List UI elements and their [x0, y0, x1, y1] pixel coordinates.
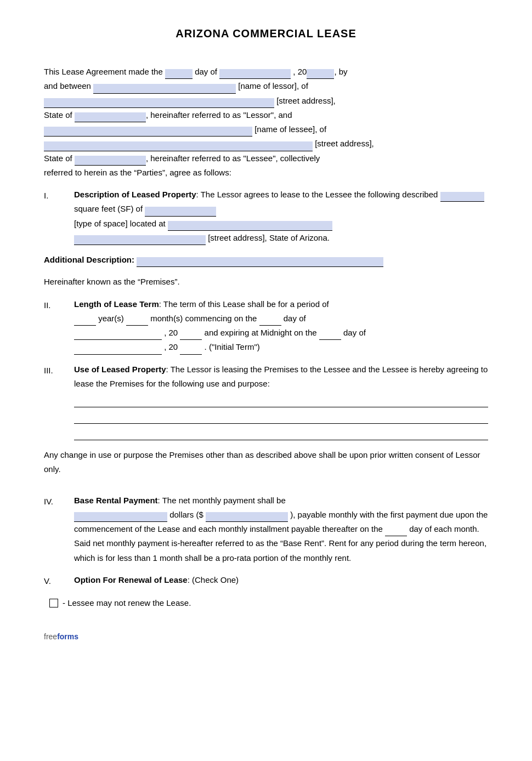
section-4-content: Base Rental Payment: The net monthly pay…: [74, 493, 488, 565]
start-year-field[interactable]: [180, 330, 202, 340]
years-label: year(s): [98, 314, 126, 323]
month-field[interactable]: [219, 69, 291, 79]
street-address-label: [street address],: [276, 96, 336, 105]
day-field[interactable]: [165, 69, 193, 79]
section-1: I. Description of Leased Property: The L…: [44, 188, 488, 245]
section-2: II. Length of Lease Term: The term of th…: [44, 297, 488, 355]
section-2-text1: : The term of this Lease shall be for a …: [159, 299, 329, 309]
sqft-field[interactable]: [440, 192, 484, 202]
lessee-name-field[interactable]: [44, 127, 252, 137]
intro-year-pre: , 20: [293, 67, 307, 76]
additional-description: Additional Description:: [44, 253, 488, 267]
end-day-field[interactable]: [319, 330, 341, 340]
section-5-title: Option For Renewal of Lease: [74, 575, 188, 584]
document-page: ARIZONA COMMERCIAL LEASE This Lease Agre…: [0, 0, 532, 761]
section-2-content: Length of Lease Term: The term of this L…: [74, 297, 488, 355]
property-address1-field[interactable]: [168, 221, 332, 231]
located-at-label: [type of space] located at: [74, 219, 166, 228]
expiring-label: and expiring at Midnight on the: [205, 328, 319, 337]
section-4: IV. Base Rental Payment: The net monthly…: [44, 493, 488, 565]
logo-area: freeforms: [44, 632, 488, 641]
section-5: V. Option For Renewal of Lease: (Check O…: [44, 573, 488, 588]
section-5-content: Option For Renewal of Lease: (Check One): [74, 573, 488, 588]
start-month-field[interactable]: [74, 330, 162, 340]
section-5-text: : (Check One): [188, 575, 239, 584]
rent-amount2-field[interactable]: [206, 512, 288, 522]
dollars-label: dollars ($: [169, 510, 203, 519]
section-5-num: V.: [44, 573, 74, 588]
rent-amount-field[interactable]: [74, 512, 167, 522]
payment-day-field[interactable]: [385, 526, 407, 536]
section-4-num: IV.: [44, 493, 74, 565]
premises-label: Hereinafter known as the “Premises”.: [44, 277, 180, 286]
intro-paragraph: This Lease Agreement made the day of , 2…: [44, 65, 488, 180]
state-of-lessor-pre: State of: [44, 110, 72, 120]
space-type-field[interactable]: [145, 207, 216, 217]
state-of-lessee-pre: State of: [44, 154, 72, 163]
section-3-title: Use of Leased Property: [74, 365, 166, 374]
logo-forms: forms: [57, 632, 78, 641]
lessee-hereinafter: , hereinafter referred to as "Lessee", c…: [146, 154, 320, 163]
property-address2-field[interactable]: [74, 235, 206, 245]
use-line-1[interactable]: [74, 394, 488, 407]
lessor-label: [name of lessor], of: [238, 81, 308, 90]
renewal-checkbox-1[interactable]: [49, 599, 58, 607]
lessor-state-field[interactable]: [75, 112, 146, 122]
use-lines-container: [74, 394, 488, 440]
section-1-content: Description of Leased Property: The Less…: [74, 188, 488, 245]
additional-field[interactable]: [137, 257, 383, 267]
section-3-content: Use of Leased Property: The Lessor is le…: [74, 362, 488, 441]
arizona-label: [street address], State of Arizona.: [208, 233, 330, 242]
year-field[interactable]: [307, 69, 334, 79]
end-20-label: , 20: [164, 342, 178, 351]
months-label: month(s) commencing on the: [150, 314, 259, 323]
intro-line1-mid: day of: [195, 67, 217, 76]
start-day-field[interactable]: [259, 316, 281, 326]
renewal-option-1: - Lessee may not renew the Lease.: [49, 596, 488, 610]
lessor-name-field[interactable]: [93, 84, 236, 94]
section-2-title: Length of Lease Term: [74, 299, 159, 309]
years-field[interactable]: [74, 316, 96, 326]
use-line-2[interactable]: [74, 411, 488, 424]
intro-and-between: and between: [44, 81, 91, 90]
lessee-state-field[interactable]: [75, 156, 146, 166]
lessor-hereinafter: , hereinafter referred to as "Lessor", a…: [146, 110, 292, 120]
sqft-label: square feet (SF) of: [74, 204, 143, 213]
additional-label: Additional Description:: [44, 255, 134, 264]
start-20-label: , 20: [164, 328, 178, 337]
use-change-para: Any change in use or purpose the Premise…: [44, 448, 488, 477]
day-of-label: day of: [284, 314, 306, 323]
months-field[interactable]: [126, 316, 148, 326]
section-1-text1: : The Lessor agrees to lease to the Less…: [196, 190, 438, 199]
lessee-address-field[interactable]: [44, 141, 313, 151]
premises-text: Hereinafter known as the “Premises”.: [44, 275, 488, 289]
lessor-address-field[interactable]: [44, 98, 274, 108]
section-1-num: I.: [44, 188, 74, 245]
end-year-field[interactable]: [180, 345, 202, 355]
section-3: III. Use of Leased Property: The Lessor …: [44, 362, 488, 441]
use-change-text: Any change in use or purpose the Premise…: [44, 450, 480, 474]
intro-by: , by: [334, 67, 347, 76]
logo-free: free: [44, 632, 57, 641]
parties-agree: referred to herein as the “Parties”, agr…: [44, 168, 231, 177]
renewal-option-1-label: - Lessee may not renew the Lease.: [63, 596, 191, 610]
section-2-num: II.: [44, 297, 74, 355]
initial-term-label: . ("Initial Term"): [205, 342, 260, 351]
section-1-title: Description of Leased Property: [74, 190, 196, 199]
document-title: ARIZONA COMMERCIAL LEASE: [44, 27, 488, 40]
section-3-num: III.: [44, 362, 74, 441]
lessee-street-label: [street address],: [315, 139, 374, 148]
end-month-field[interactable]: [74, 345, 162, 355]
use-line-3[interactable]: [74, 427, 488, 440]
section-4-text1: : The net monthly payment shall be: [158, 496, 286, 505]
section-4-title: Base Rental Payment: [74, 496, 158, 505]
day-of-2-label: day of: [343, 328, 366, 337]
intro-line1-pre: This Lease Agreement made the: [44, 67, 163, 76]
lessee-label: [name of lessee], of: [254, 124, 326, 134]
renewal-options: - Lessee may not renew the Lease.: [49, 596, 488, 610]
